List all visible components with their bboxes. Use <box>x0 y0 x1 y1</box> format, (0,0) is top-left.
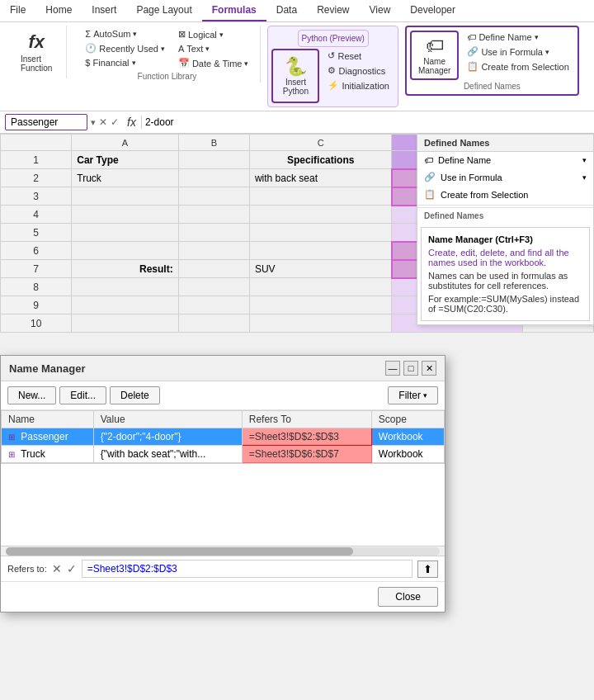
formula-cancel-icon[interactable]: ✕ <box>99 116 107 128</box>
defined-names-inner: 🏷 NameManager 🏷 Define Name ▾ 🔗 Use in F… <box>410 31 574 80</box>
cell-a1[interactable]: Car Type <box>72 151 178 169</box>
tab-data[interactable]: Data <box>266 0 307 21</box>
refers-to-collapse-button[interactable]: ⬆ <box>417 560 438 578</box>
dialog-minimize-button[interactable]: — <box>385 361 400 376</box>
cell-c4[interactable] <box>249 206 392 224</box>
date-time-button[interactable]: 📅 Date & Time ▾ <box>173 56 254 70</box>
col-header-b[interactable]: B <box>178 135 249 151</box>
cell-c2[interactable]: with back seat <box>249 169 392 187</box>
initialization-button[interactable]: ⚡ Initialization <box>323 78 394 92</box>
cell-b9[interactable] <box>178 296 249 315</box>
logical-dropdown-icon[interactable]: ▾ <box>219 31 224 39</box>
scope-cell-passenger: Workbook <box>371 428 444 446</box>
cell-a9[interactable] <box>72 296 178 315</box>
name-row-passenger[interactable]: ⊞ Passenger {"2-door";"4-door"} =Sheet3!… <box>2 428 445 446</box>
name-manager-button[interactable]: 🏷 NameManager <box>410 31 459 80</box>
edit-name-button[interactable]: Edit... <box>59 386 106 404</box>
name-row-truck[interactable]: ⊞ Truck {"with back seat";"with... =Shee… <box>2 446 445 463</box>
formula-confirm-icon[interactable]: ✓ <box>111 116 119 128</box>
dialog-close-btn[interactable]: Close <box>378 587 438 607</box>
formula-input[interactable] <box>145 116 589 128</box>
create-from-selection-panel-item[interactable]: 📋 Create from Selection <box>417 186 593 203</box>
cell-c9[interactable] <box>249 296 392 315</box>
cell-a4[interactable] <box>72 206 178 224</box>
date-time-dropdown-icon[interactable]: ▾ <box>244 59 248 68</box>
cell-c1[interactable]: Specifications <box>249 151 392 169</box>
define-name-dropdown-icon[interactable]: ▾ <box>535 33 539 41</box>
cell-b6[interactable] <box>178 242 249 260</box>
tab-review[interactable]: Review <box>307 0 359 21</box>
autosum-button[interactable]: Σ AutoSum ▾ <box>80 27 170 40</box>
col-header-c[interactable]: C <box>249 135 392 151</box>
logical-button[interactable]: ⊠ Logical ▾ <box>173 27 254 41</box>
col-header-a[interactable]: A <box>72 135 178 151</box>
text-dropdown-icon[interactable]: ▾ <box>205 45 210 53</box>
reset-button[interactable]: ↺ Reset <box>323 49 394 63</box>
cell-c6[interactable] <box>249 242 392 260</box>
cell-c5[interactable] <box>249 224 392 242</box>
cell-a5[interactable] <box>72 224 178 242</box>
define-name-panel-label: Define Name <box>438 155 491 165</box>
cell-a2[interactable]: Truck <box>72 169 178 187</box>
cell-b1[interactable] <box>178 151 249 169</box>
new-name-button[interactable]: New... <box>7 386 56 404</box>
cell-c8[interactable] <box>249 278 392 296</box>
cell-c3[interactable] <box>249 187 392 206</box>
cell-c7[interactable]: SUV <box>249 260 392 278</box>
define-name-button[interactable]: 🏷 Define Name ▾ <box>462 31 573 44</box>
tooltip-title: Name Manager (Ctrl+F3) <box>428 234 582 244</box>
create-from-selection-button[interactable]: 📋 Create from Selection <box>462 59 573 73</box>
filter-name-button[interactable]: Filter ▾ <box>388 386 438 404</box>
cell-a6[interactable] <box>72 242 178 260</box>
cell-b4[interactable] <box>178 206 249 224</box>
h-scrollbar[interactable] <box>1 546 445 556</box>
cell-b10[interactable] <box>178 315 249 333</box>
cell-b5[interactable] <box>178 224 249 242</box>
insert-python-button[interactable]: 🐍 InsertPython <box>275 52 316 100</box>
formula-expand-icon[interactable]: ▾ <box>91 117 96 128</box>
cell-b2[interactable] <box>178 169 249 187</box>
formula-check-icon[interactable]: ✓ <box>67 562 77 575</box>
cell-a8[interactable] <box>72 278 178 296</box>
cell-c10[interactable] <box>249 315 392 333</box>
tab-file[interactable]: File <box>0 0 35 21</box>
name-box[interactable] <box>5 114 87 130</box>
dialog-controls: — □ ✕ <box>385 361 436 376</box>
insert-function-button[interactable]: fx InsertFunction <box>13 27 59 77</box>
financial-button[interactable]: $ Financial ▾ <box>80 56 170 69</box>
tab-page-layout[interactable]: Page Layout <box>126 0 201 21</box>
tab-insert[interactable]: Insert <box>82 0 126 21</box>
use-in-formula-dropdown-icon[interactable]: ▾ <box>545 48 549 56</box>
text-button[interactable]: A Text ▾ <box>173 42 254 55</box>
formula-minus-icon[interactable]: ✕ <box>52 562 62 575</box>
cell-a7[interactable]: Result: <box>72 260 178 278</box>
define-name-panel-item[interactable]: 🏷 Define Name ▾ <box>417 152 593 168</box>
recently-used-button[interactable]: 🕐 Recently Used ▾ <box>80 41 170 55</box>
diagnostics-button[interactable]: ⚙ Diagnostics <box>323 64 394 78</box>
dialog-close-button[interactable]: ✕ <box>422 361 436 376</box>
cell-b8[interactable] <box>178 278 249 296</box>
cell-b3[interactable] <box>178 187 249 206</box>
delete-name-button[interactable]: Delete <box>110 386 160 404</box>
tab-formulas[interactable]: Formulas <box>202 0 266 21</box>
tab-developer[interactable]: Developer <box>400 0 465 21</box>
cell-a10[interactable] <box>72 315 178 333</box>
clipboard-icon: 📋 <box>424 189 436 200</box>
recently-used-dropdown-icon[interactable]: ▾ <box>161 45 165 53</box>
col-header-refers-to: Refers To <box>242 411 371 428</box>
scrollbar-thumb[interactable] <box>6 547 353 556</box>
dialog-restore-button[interactable]: □ <box>403 361 418 376</box>
tag-icon: 🏷 <box>424 155 433 165</box>
use-in-formula-button[interactable]: 🔗 Use in Formula ▾ <box>462 45 573 59</box>
refers-to-input[interactable] <box>82 560 412 578</box>
dialog-title: Name Manager <box>9 362 85 375</box>
cell-a3[interactable] <box>72 187 178 206</box>
tab-view[interactable]: View <box>360 0 401 21</box>
autosum-dropdown-icon[interactable]: ▾ <box>133 30 137 38</box>
insert-function-group: fx InsertFunction <box>7 26 67 78</box>
financial-dropdown-icon[interactable]: ▾ <box>132 59 136 67</box>
refers-to-bar: Refers to: ✕ ✓ ⬆ <box>1 556 445 581</box>
use-in-formula-panel-item[interactable]: 🔗 Use in Formula ▾ <box>417 168 593 186</box>
cell-b7[interactable] <box>178 260 249 278</box>
tab-home[interactable]: Home <box>35 0 82 21</box>
